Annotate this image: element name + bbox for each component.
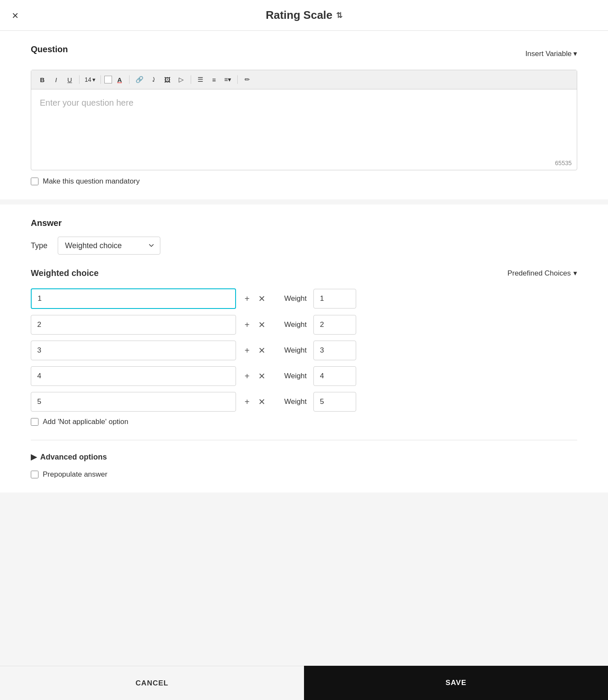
link-button[interactable]: 🔗 [133,74,146,86]
weight-label-3: Weight [284,346,307,355]
page-title: Rating Scale [266,9,332,22]
embed-button[interactable]: ⤸ [148,74,160,86]
weight-label-5: Weight [284,397,307,406]
choice-input-1[interactable] [31,288,236,309]
add-choice-button-5[interactable]: + [243,396,251,408]
question-header: Question Insert Variable ▾ [31,44,577,63]
not-applicable-row: Add 'Not applicable' option [31,418,577,426]
underline-button[interactable]: U [64,74,76,86]
weight-input-1[interactable] [313,289,356,308]
predefined-chevron-icon: ▾ [573,269,577,278]
bullet-list-button[interactable]: ☰ [195,74,207,86]
choice-input-2[interactable] [31,315,236,335]
mandatory-label: Make this question mandatory [43,177,140,186]
prepopulate-checkbox[interactable] [31,471,38,478]
editor-placeholder: Enter your question here [40,98,133,107]
answer-label: Answer [31,218,577,228]
weight-input-3[interactable] [313,341,356,360]
footer: CANCEL SAVE [0,666,608,700]
answer-section: Answer Type Weighted choice Single choic… [0,205,608,492]
table-row: + ✕ Weight [31,288,577,309]
clear-format-button[interactable]: ✏ [241,74,253,86]
align-button[interactable]: ≡▾ [222,74,234,86]
image-button[interactable]: 🖼 [162,74,174,86]
choice-input-3[interactable] [31,341,236,360]
choice-rows-container: + ✕ Weight + ✕ Weight + ✕ [31,288,577,412]
type-label: Type [31,241,47,250]
divider-2 [100,75,101,84]
prepopulate-row: Prepopulate answer [31,470,577,479]
weight-input-4[interactable] [313,366,356,386]
editor-body[interactable]: Enter your question here [31,89,577,158]
add-choice-button-4[interactable]: + [243,370,251,382]
add-choice-button-3[interactable]: + [243,344,251,356]
font-size-selector[interactable]: 14 ▾ [83,75,97,84]
table-row: + ✕ Weight [31,315,577,335]
weight-label-1: Weight [284,294,307,303]
mandatory-checkbox[interactable] [31,178,38,185]
advanced-options-toggle[interactable]: ▶ Advanced options [31,452,577,462]
weight-label-4: Weight [284,372,307,380]
header-title: Rating Scale ⇅ [266,9,342,22]
insert-variable-button[interactable]: Insert Variable ▾ [525,49,577,58]
advanced-chevron-icon: ▶ [31,452,37,462]
advanced-options-section: ▶ Advanced options Prepopulate answer [31,440,577,479]
mandatory-row: Make this question mandatory [31,177,577,186]
close-button[interactable]: × [12,10,18,21]
choice-actions-5: + ✕ [243,396,267,408]
choice-actions-3: + ✕ [243,344,267,356]
italic-button[interactable]: I [50,74,62,86]
choice-actions-4: + ✕ [243,370,267,382]
choice-input-4[interactable] [31,366,236,386]
choice-input-5[interactable] [31,392,236,412]
ordered-list-button[interactable]: ≡ [208,74,220,86]
char-count: 65535 [31,158,577,170]
not-applicable-checkbox[interactable] [31,418,38,426]
not-applicable-label: Add 'Not applicable' option [43,418,128,426]
bottom-spacer [0,498,608,540]
weight-label-2: Weight [284,320,307,329]
editor-toolbar: B I U 14 ▾ A 🔗 ⤸ 🖼 ▷ ☰ ≡ ≡▾ [31,70,577,89]
table-row: + ✕ Weight [31,341,577,360]
main-content: Question Insert Variable ▾ B I U 14 ▾ A [0,31,608,540]
rich-text-editor: B I U 14 ▾ A 🔗 ⤸ 🖼 ▷ ☰ ≡ ≡▾ [31,70,577,170]
remove-choice-button-1[interactable]: ✕ [257,293,267,305]
answer-type-select[interactable]: Weighted choice Single choice Multiple c… [58,237,160,255]
add-choice-button-2[interactable]: + [243,319,251,331]
question-label: Question [31,44,68,54]
remove-choice-button-4[interactable]: ✕ [257,370,267,382]
divider-4 [191,75,191,84]
header: × Rating Scale ⇅ [0,0,608,31]
weight-input-2[interactable] [313,315,356,335]
cancel-button[interactable]: CANCEL [0,666,304,700]
weighted-choice-title: Weighted choice [31,268,99,278]
weighted-choice-header: Weighted choice Predefined Choices ▾ [31,268,577,278]
weight-input-5[interactable] [313,392,356,412]
save-button[interactable]: SAVE [304,666,608,700]
font-size-chevron: ▾ [92,76,95,83]
answer-type-row: Type Weighted choice Single choice Multi… [31,237,577,255]
table-row: + ✕ Weight [31,392,577,412]
remove-choice-button-2[interactable]: ✕ [257,319,267,331]
bold-button[interactable]: B [36,74,48,86]
remove-choice-button-5[interactable]: ✕ [257,396,267,408]
text-color-box[interactable] [104,76,112,83]
choice-actions-1: + ✕ [243,293,267,305]
table-row: + ✕ Weight [31,366,577,386]
remove-choice-button-3[interactable]: ✕ [257,344,267,356]
chevron-down-icon: ▾ [573,49,577,58]
prepopulate-label: Prepopulate answer [43,470,107,479]
predefined-choices-button[interactable]: Predefined Choices ▾ [508,269,577,278]
font-color-button[interactable]: A [114,74,126,86]
add-choice-button-1[interactable]: + [243,293,251,305]
question-section: Question Insert Variable ▾ B I U 14 ▾ A [0,31,608,199]
divider-3 [129,75,130,84]
swap-icon[interactable]: ⇅ [336,11,342,20]
media-button[interactable]: ▷ [175,74,187,86]
divider-1 [79,75,80,84]
divider-5 [237,75,238,84]
choice-actions-2: + ✕ [243,319,267,331]
